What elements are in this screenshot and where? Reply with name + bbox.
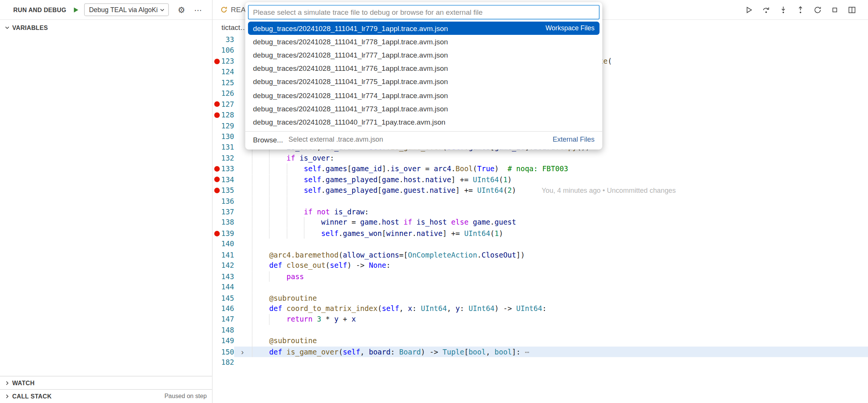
fold-chevron-icon[interactable]: ›: [234, 347, 251, 357]
variables-section-label: VARIABLES: [12, 24, 48, 31]
code-line-text[interactable]: @subroutine: [251, 293, 868, 303]
quickpick-browse-item[interactable]: Browse... Select external .trace.avm.jso…: [248, 133, 599, 147]
quickpick-item[interactable]: debug_traces/20241028_111040_lr771_1pay.…: [248, 115, 599, 128]
start-debug-button[interactable]: [71, 5, 81, 14]
line-number: 137: [221, 206, 234, 217]
sidebar-section-call-stack[interactable]: CALL STACK Paused on step: [0, 389, 212, 403]
sidebar-section-variables[interactable]: VARIABLES: [0, 21, 212, 34]
breakpoint-slot[interactable]: [212, 250, 221, 260]
breakpoint-slot[interactable]: [212, 303, 221, 314]
fold-slot: [234, 206, 251, 217]
code-line-text[interactable]: [251, 325, 868, 336]
breakpoint-slot[interactable]: [212, 196, 221, 206]
code-line-text[interactable]: [251, 357, 868, 368]
indent-guide: [252, 314, 252, 325]
code-line-text[interactable]: [251, 282, 868, 292]
settings-button[interactable]: ⚙: [176, 5, 186, 14]
code-line-text[interactable]: self.games_played[game.host.native] += U…: [251, 174, 868, 185]
breakpoint-dot[interactable]: [212, 164, 221, 174]
code-line: 150›def is_game_over(self, board: Board)…: [212, 347, 868, 357]
breakpoint-slot[interactable]: [212, 271, 221, 282]
quickpick-item[interactable]: debug_traces/20241028_111041_lr775_1appl…: [248, 75, 599, 88]
more-actions-button[interactable]: ⋯: [193, 5, 203, 14]
step-out-button[interactable]: [796, 5, 806, 14]
line-number: 149: [221, 336, 234, 346]
code-line-text[interactable]: self.games_won[winner.native] += UInt64(…: [251, 228, 868, 239]
quickpick-item[interactable]: debug_traces/20241028_111041_lr777_1appl…: [248, 48, 599, 62]
breakpoint-slot[interactable]: [212, 45, 221, 56]
code-line: 138winner = game.host if is_host else ga…: [212, 217, 868, 228]
breakpoint-slot[interactable]: [212, 217, 221, 228]
breakpoint-slot[interactable]: [212, 282, 221, 292]
code-line-text[interactable]: @arc4.baremethod(allow_actions=[OnComple…: [251, 250, 868, 260]
breakpoint-slot[interactable]: [212, 88, 221, 99]
breakpoint-slot[interactable]: [212, 34, 221, 45]
quickpick-input[interactable]: [248, 5, 599, 19]
line-number: 126: [221, 88, 234, 99]
code-line-text[interactable]: if not is_draw:: [251, 206, 868, 217]
sidebar-bottom-sections: WATCH CALL STACK Paused on step: [0, 376, 212, 403]
code-line-text[interactable]: def is_game_over(self, board: Board) -> …: [251, 347, 868, 357]
code-line: 133self.games[game_id].is_over = arc4.Bo…: [212, 164, 868, 174]
breakpoint-slot[interactable]: [212, 206, 221, 217]
breakpoint-slot[interactable]: [212, 293, 221, 303]
breakpoint-slot[interactable]: [212, 131, 221, 142]
breakpoint-slot[interactable]: [212, 239, 221, 249]
code-line-text[interactable]: def close_out(self) -> None:: [251, 260, 868, 271]
quickpick-item[interactable]: debug_traces/20241028_111041_lr774_1appl…: [248, 89, 599, 102]
code-line-text[interactable]: return 3 * y + x: [251, 314, 868, 325]
fold-slot: [234, 217, 251, 228]
indent-guide: [269, 164, 270, 174]
browse-badge: External Files: [553, 136, 595, 143]
breakpoint-dot[interactable]: [212, 174, 221, 185]
code-line-text[interactable]: [251, 196, 868, 206]
quickpick-item[interactable]: debug_traces/20241028_111041_lr778_1appl…: [248, 35, 599, 48]
fold-slot: [234, 282, 251, 292]
indent-guide: [269, 206, 270, 217]
code-line-text[interactable]: def coord_to_matrix_index(self, x: UInt6…: [251, 303, 868, 314]
step-over-button[interactable]: [761, 5, 771, 14]
code-line-text[interactable]: self.games[game_id].is_over = arc4.Bool(…: [251, 164, 868, 174]
quickpick-item[interactable]: debug_traces/20241028_111041_lr773_1appl…: [248, 102, 599, 115]
code-line-text[interactable]: @subroutine: [251, 336, 868, 346]
indent-guide: [252, 260, 252, 271]
stop-icon: [831, 5, 839, 14]
breakpoint-slot[interactable]: [212, 336, 221, 346]
step-into-button[interactable]: [778, 5, 788, 14]
sidebar-section-watch[interactable]: WATCH: [0, 376, 212, 389]
breakpoint-dot[interactable]: [212, 99, 221, 109]
code-line-text[interactable]: winner = game.host if is_host else game.…: [251, 217, 868, 228]
quickpick-item-label: debug_traces/20241028_111041_lr776_1appl…: [253, 64, 448, 73]
breakpoint-slot[interactable]: [212, 153, 221, 163]
breakpoint-slot[interactable]: [212, 67, 221, 77]
debug-config-select[interactable]: Debug TEAL via AlgoKi: [84, 3, 169, 16]
breakpoint-dot[interactable]: [212, 110, 221, 120]
restart-button[interactable]: [813, 5, 823, 14]
code-line: 144: [212, 282, 868, 292]
stop-button[interactable]: [830, 5, 840, 14]
code-line-text[interactable]: if is_over:: [251, 153, 868, 163]
breakpoint-dot[interactable]: [212, 185, 221, 195]
breakpoint-dot[interactable]: [212, 228, 221, 239]
breakpoint-dot[interactable]: [212, 56, 221, 66]
quickpick-item-label: debug_traces/20241028_111041_lr774_1appl…: [253, 91, 448, 100]
breakpoint-slot[interactable]: [212, 314, 221, 325]
code-line-text[interactable]: self.games_played[game.guest.native] += …: [251, 185, 868, 195]
chevron-right-icon: [5, 394, 10, 399]
split-editor-button[interactable]: [847, 5, 857, 14]
indent-guide: [252, 228, 252, 239]
tab-tictactoe[interactable]: tictact…: [222, 23, 248, 31]
breakpoint-slot[interactable]: [212, 260, 221, 271]
quickpick-item[interactable]: debug_traces/20241028_111041_lr779_1appl…: [248, 22, 599, 35]
breakpoint-slot[interactable]: [212, 120, 221, 131]
quickpick-item[interactable]: debug_traces/20241028_111041_lr776_1appl…: [248, 62, 599, 75]
code-line-text[interactable]: [251, 239, 868, 249]
breakpoint-slot[interactable]: [212, 325, 221, 336]
breakpoint-slot[interactable]: [212, 77, 221, 88]
breakpoint-slot[interactable]: [212, 142, 221, 153]
code-line-text[interactable]: pass: [251, 271, 868, 282]
breakpoint-slot[interactable]: [212, 347, 221, 357]
debug-continue-button[interactable]: [744, 5, 754, 14]
breakpoint-slot[interactable]: [212, 357, 221, 368]
quickpick-item-label: debug_traces/20241028_111041_lr777_1appl…: [253, 51, 448, 59]
